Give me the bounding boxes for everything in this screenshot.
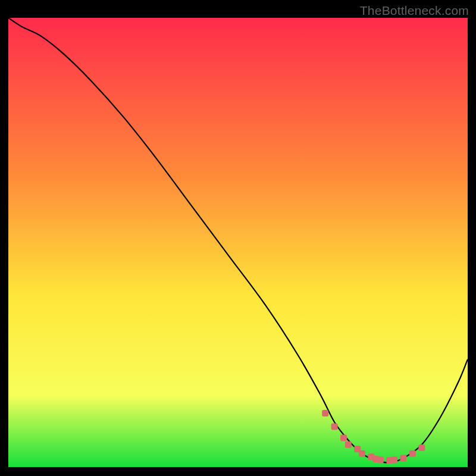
chart-svg	[8, 18, 468, 467]
marker-point	[331, 424, 338, 430]
marker-point	[359, 450, 365, 457]
marker-point	[322, 410, 328, 416]
marker-point	[418, 444, 425, 451]
marker-point	[377, 456, 384, 463]
marker-point	[409, 450, 416, 457]
marker-point	[400, 455, 406, 461]
attribution-text: TheBottleneck.com	[360, 4, 469, 18]
chart-container: TheBottleneck.com	[0, 0, 476, 476]
marker-point	[345, 441, 352, 448]
marker-point	[391, 456, 397, 463]
marker-point	[340, 434, 347, 441]
gradient-background	[8, 18, 468, 467]
plot-area	[8, 18, 468, 467]
